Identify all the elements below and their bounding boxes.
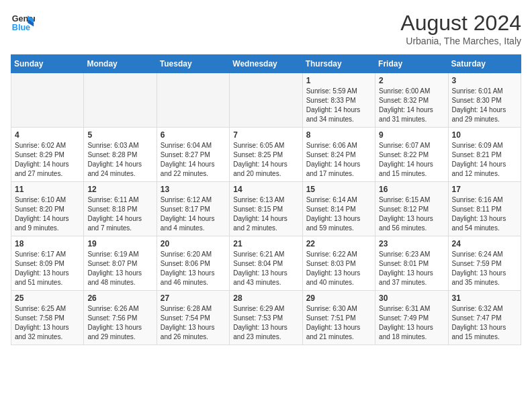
day-info: Sunrise: 6:21 AM Sunset: 8:04 PM Dayligh… <box>233 250 298 287</box>
day-info: Sunrise: 6:32 AM Sunset: 7:47 PM Dayligh… <box>452 304 517 342</box>
logo: General Blue <box>11 11 35 35</box>
weekday-header-thursday: Thursday <box>302 55 375 73</box>
calendar-week-4: 18Sunrise: 6:17 AM Sunset: 8:09 PM Dayli… <box>11 236 521 291</box>
svg-text:Blue: Blue <box>12 23 30 32</box>
day-number: 4 <box>15 130 80 140</box>
day-number: 5 <box>87 130 152 140</box>
calendar-cell: 13Sunrise: 6:12 AM Sunset: 8:17 PM Dayli… <box>157 182 229 236</box>
day-info: Sunrise: 6:25 AM Sunset: 7:58 PM Dayligh… <box>15 304 80 342</box>
day-number: 11 <box>15 185 80 194</box>
calendar-cell: 12Sunrise: 6:11 AM Sunset: 8:18 PM Dayli… <box>84 182 157 236</box>
calendar-cell: 28Sunrise: 6:29 AM Sunset: 7:53 PM Dayli… <box>230 291 302 345</box>
day-info: Sunrise: 6:09 AM Sunset: 8:21 PM Dayligh… <box>452 141 517 179</box>
calendar-cell: 16Sunrise: 6:15 AM Sunset: 8:12 PM Dayli… <box>375 182 448 236</box>
calendar-cell: 11Sunrise: 6:10 AM Sunset: 8:20 PM Dayli… <box>11 182 84 236</box>
calendar-cell <box>11 73 84 128</box>
day-number: 29 <box>306 293 371 303</box>
weekday-header-row: SundayMondayTuesdayWednesdayThursdayFrid… <box>11 55 521 73</box>
day-info: Sunrise: 6:15 AM Sunset: 8:12 PM Dayligh… <box>379 195 444 233</box>
calendar-cell: 15Sunrise: 6:14 AM Sunset: 8:14 PM Dayli… <box>302 182 375 236</box>
calendar-cell: 27Sunrise: 6:28 AM Sunset: 7:54 PM Dayli… <box>157 291 229 345</box>
calendar-cell: 26Sunrise: 6:26 AM Sunset: 7:56 PM Dayli… <box>84 291 157 345</box>
calendar-week-1: 1Sunrise: 5:59 AM Sunset: 8:33 PM Daylig… <box>11 73 521 128</box>
day-info: Sunrise: 6:20 AM Sunset: 8:06 PM Dayligh… <box>161 250 226 287</box>
calendar-cell: 20Sunrise: 6:20 AM Sunset: 8:06 PM Dayli… <box>157 236 229 291</box>
day-number: 19 <box>87 239 152 248</box>
weekday-header-monday: Monday <box>84 55 157 73</box>
calendar-cell: 23Sunrise: 6:23 AM Sunset: 8:01 PM Dayli… <box>375 236 448 291</box>
day-number: 30 <box>379 293 444 303</box>
day-info: Sunrise: 6:17 AM Sunset: 8:09 PM Dayligh… <box>15 250 80 287</box>
location: Urbania, The Marches, Italy <box>400 36 521 46</box>
day-number: 3 <box>452 76 517 85</box>
weekday-header-friday: Friday <box>375 55 448 73</box>
day-number: 27 <box>161 293 226 303</box>
day-info: Sunrise: 6:23 AM Sunset: 8:01 PM Dayligh… <box>379 250 444 287</box>
day-info: Sunrise: 6:07 AM Sunset: 8:22 PM Dayligh… <box>379 141 444 179</box>
day-number: 26 <box>87 293 152 303</box>
calendar-cell: 9Sunrise: 6:07 AM Sunset: 8:22 PM Daylig… <box>375 128 448 182</box>
calendar-week-2: 4Sunrise: 6:02 AM Sunset: 8:29 PM Daylig… <box>11 128 521 182</box>
day-info: Sunrise: 6:13 AM Sunset: 8:15 PM Dayligh… <box>233 195 298 233</box>
day-number: 18 <box>15 239 80 248</box>
day-number: 7 <box>233 130 298 140</box>
day-number: 22 <box>306 239 371 248</box>
calendar-cell: 6Sunrise: 6:04 AM Sunset: 8:27 PM Daylig… <box>157 128 229 182</box>
day-number: 21 <box>233 239 298 248</box>
day-number: 15 <box>306 185 371 194</box>
day-number: 28 <box>233 293 298 303</box>
day-info: Sunrise: 6:30 AM Sunset: 7:51 PM Dayligh… <box>306 304 371 342</box>
day-info: Sunrise: 6:03 AM Sunset: 8:28 PM Dayligh… <box>87 141 152 179</box>
day-number: 25 <box>15 293 80 303</box>
calendar-table: SundayMondayTuesdayWednesdayThursdayFrid… <box>11 54 521 345</box>
day-number: 10 <box>452 130 517 140</box>
calendar-cell: 18Sunrise: 6:17 AM Sunset: 8:09 PM Dayli… <box>11 236 84 291</box>
day-info: Sunrise: 6:19 AM Sunset: 8:07 PM Dayligh… <box>87 250 152 287</box>
calendar-week-3: 11Sunrise: 6:10 AM Sunset: 8:20 PM Dayli… <box>11 182 521 236</box>
calendar-body: 1Sunrise: 5:59 AM Sunset: 8:33 PM Daylig… <box>11 73 521 345</box>
day-info: Sunrise: 6:31 AM Sunset: 7:49 PM Dayligh… <box>379 304 444 342</box>
calendar-cell: 31Sunrise: 6:32 AM Sunset: 7:47 PM Dayli… <box>448 291 521 345</box>
calendar-cell: 17Sunrise: 6:16 AM Sunset: 8:11 PM Dayli… <box>448 182 521 236</box>
day-info: Sunrise: 6:04 AM Sunset: 8:27 PM Dayligh… <box>161 141 226 179</box>
day-number: 9 <box>379 130 444 140</box>
day-number: 24 <box>452 239 517 248</box>
day-number: 8 <box>306 130 371 140</box>
day-info: Sunrise: 5:59 AM Sunset: 8:33 PM Dayligh… <box>306 87 371 124</box>
calendar-cell: 21Sunrise: 6:21 AM Sunset: 8:04 PM Dayli… <box>230 236 302 291</box>
calendar-cell <box>157 73 229 128</box>
day-info: Sunrise: 6:10 AM Sunset: 8:20 PM Dayligh… <box>15 195 80 233</box>
title-area: August 2024 Urbania, The Marches, Italy <box>400 11 521 46</box>
calendar-cell: 3Sunrise: 6:01 AM Sunset: 8:30 PM Daylig… <box>448 73 521 128</box>
day-info: Sunrise: 6:29 AM Sunset: 7:53 PM Dayligh… <box>233 304 298 342</box>
day-info: Sunrise: 6:16 AM Sunset: 8:11 PM Dayligh… <box>452 195 517 233</box>
calendar-cell: 14Sunrise: 6:13 AM Sunset: 8:15 PM Dayli… <box>230 182 302 236</box>
day-info: Sunrise: 6:02 AM Sunset: 8:29 PM Dayligh… <box>15 141 80 179</box>
weekday-header-saturday: Saturday <box>448 55 521 73</box>
logo-icon: General Blue <box>11 11 35 35</box>
weekday-header-sunday: Sunday <box>11 55 84 73</box>
day-number: 17 <box>452 185 517 194</box>
day-info: Sunrise: 6:22 AM Sunset: 8:03 PM Dayligh… <box>306 250 371 287</box>
calendar-cell: 8Sunrise: 6:06 AM Sunset: 8:24 PM Daylig… <box>302 128 375 182</box>
day-info: Sunrise: 6:05 AM Sunset: 8:25 PM Dayligh… <box>233 141 298 179</box>
weekday-header-tuesday: Tuesday <box>157 55 229 73</box>
calendar-week-5: 25Sunrise: 6:25 AM Sunset: 7:58 PM Dayli… <box>11 291 521 345</box>
calendar-cell: 19Sunrise: 6:19 AM Sunset: 8:07 PM Dayli… <box>84 236 157 291</box>
calendar-cell: 30Sunrise: 6:31 AM Sunset: 7:49 PM Dayli… <box>375 291 448 345</box>
day-number: 1 <box>306 76 371 85</box>
day-info: Sunrise: 6:06 AM Sunset: 8:24 PM Dayligh… <box>306 141 371 179</box>
weekday-header-wednesday: Wednesday <box>230 55 302 73</box>
day-info: Sunrise: 6:01 AM Sunset: 8:30 PM Dayligh… <box>452 87 517 124</box>
calendar-cell: 25Sunrise: 6:25 AM Sunset: 7:58 PM Dayli… <box>11 291 84 345</box>
calendar-cell: 24Sunrise: 6:24 AM Sunset: 7:59 PM Dayli… <box>448 236 521 291</box>
calendar-cell: 10Sunrise: 6:09 AM Sunset: 8:21 PM Dayli… <box>448 128 521 182</box>
calendar-cell: 4Sunrise: 6:02 AM Sunset: 8:29 PM Daylig… <box>11 128 84 182</box>
day-number: 6 <box>161 130 226 140</box>
calendar-cell: 29Sunrise: 6:30 AM Sunset: 7:51 PM Dayli… <box>302 291 375 345</box>
day-number: 2 <box>379 76 444 85</box>
day-number: 12 <box>87 185 152 194</box>
header: General Blue August 2024 Urbania, The Ma… <box>11 11 521 46</box>
day-number: 13 <box>161 185 226 194</box>
calendar-cell: 1Sunrise: 5:59 AM Sunset: 8:33 PM Daylig… <box>302 73 375 128</box>
